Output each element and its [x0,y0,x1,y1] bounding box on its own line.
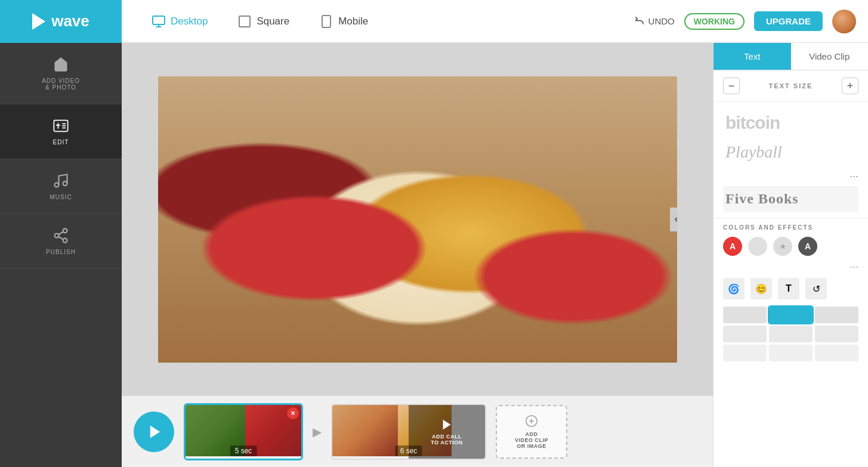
format-tab-desktop[interactable]: Desktop [146,11,214,32]
font-option-five-books[interactable]: Five Books [723,186,858,212]
working-badge: WORKING [684,13,745,30]
font-more-button[interactable]: ··· [850,168,858,185]
swatch-2-3[interactable] [815,326,858,342]
color-circle-dark[interactable]: A [798,237,817,256]
logo-area: wave [0,0,122,43]
clip-arrow-1: ▶ [313,425,322,439]
letter-a-white: A [730,242,736,251]
clip-1-close-button[interactable]: × [287,407,299,419]
effect-icons: 🌀 😊 T ↺ [723,278,858,299]
star-icon: ★ [779,242,787,251]
font-option-bitcoin[interactable]: bitcoin [723,108,858,138]
sidebar-item-publish[interactable]: PUBLISH [0,214,122,269]
tab-text[interactable]: Text [713,43,791,70]
desktop-icon [152,14,166,29]
svg-line-18 [58,232,63,235]
mobile-tab-label: Mobile [338,16,368,27]
effect-icon-text[interactable]: T [778,278,799,299]
swatch-3-1[interactable] [723,345,767,361]
swatch-row-2 [723,326,858,342]
svg-point-15 [55,234,59,238]
sidebar-item-edit[interactable]: EDIT [0,104,122,159]
square-tab-label: Square [257,16,289,27]
canvas-area: × 5 sec ▶ ADD CALLTO ACTION 6 sec [122,43,713,467]
edit-icon [52,117,69,134]
sidebar: ADD VIDEO& PHOTO EDIT MUSIC P [0,43,122,467]
effects-more-button[interactable]: ··· [723,261,858,273]
colors-section: COLORS AND EFFECTS A ★ A ··· 🌀 😊 T ↺ [713,218,868,367]
clip-2-duration-label: 6 sec [396,446,422,456]
add-clip-box[interactable]: ADDVIDEO CLIPOR IMAGE [496,405,567,459]
timeline-clip-1[interactable]: × 5 sec [184,403,303,460]
main-content: ADD VIDEO& PHOTO EDIT MUSIC P [0,43,868,467]
svg-marker-20 [443,419,451,429]
svg-rect-4 [322,16,330,27]
timeline-clip-2[interactable]: ADD CALLTO ACTION 6 sec [331,404,486,460]
color-circle-star[interactable]: ★ [773,237,792,256]
add-clip-label: ADDVIDEO CLIPOR IMAGE [515,431,548,449]
color-circle-gray[interactable] [748,237,767,256]
swatch-3-3[interactable] [815,345,858,361]
color-circles: A ★ A [723,237,858,256]
effect-icon-spiral[interactable]: 🌀 [723,278,745,299]
format-tabs: Desktop Square Mobile [122,11,634,32]
swatch-3-2[interactable] [769,345,813,361]
font-five-books-label: Five Books [725,191,856,207]
effect-icon-mask[interactable]: 😊 [750,278,772,299]
increase-size-button[interactable]: + [842,78,858,94]
avatar[interactable] [832,10,856,33]
font-playball-label: Playball [725,143,856,162]
svg-rect-0 [153,16,165,24]
format-tab-square[interactable]: Square [231,11,295,32]
undo-button[interactable]: UNDO [634,16,675,27]
color-circle-red[interactable]: A [723,237,742,256]
music-label: MUSIC [50,194,72,200]
topbar-right: UNDO WORKING UPGRADE [634,10,856,33]
svg-point-13 [63,181,67,185]
edit-label: EDIT [53,139,69,146]
colors-effects-title: COLORS AND EFFECTS [723,224,858,231]
play-icon [147,423,163,440]
square-icon [237,14,252,29]
add-video-icon [52,56,69,73]
color-swatches [723,307,858,361]
undo-label: UNDO [648,16,675,26]
svg-line-17 [58,237,63,240]
text-size-row: − TEXT SIZE + [713,70,868,102]
swatch-2-1[interactable] [723,326,767,342]
swatch-row-3 [723,345,858,361]
swatch-1-2[interactable] [769,307,813,323]
clip-2-thumb-1 [332,405,398,456]
mobile-icon [319,14,333,29]
canvas-image[interactable] [158,76,677,363]
upgrade-button[interactable]: UPGRADE [754,11,823,31]
collapse-handle[interactable] [670,208,677,231]
clip-1-duration-label: 5 sec [230,446,257,456]
swatch-1-1[interactable] [723,307,767,323]
right-panel: Text Video Clip − TEXT SIZE + bitcoin Pl… [713,43,868,467]
logo-text: wave [51,12,89,30]
swatch-1-3[interactable] [815,307,858,323]
format-tab-mobile[interactable]: Mobile [313,11,374,32]
text-size-label: TEXT SIZE [769,82,813,89]
font-option-playball[interactable]: Playball [723,138,858,166]
publish-label: PUBLISH [46,249,76,255]
add-call-icon [440,418,453,431]
svg-point-12 [55,183,59,187]
add-video-label: ADD VIDEO& PHOTO [42,78,80,91]
undo-icon [634,16,645,27]
play-button[interactable] [134,412,174,452]
sidebar-item-music[interactable]: MUSIC [0,159,122,214]
canvas-wrapper [122,43,713,395]
publish-icon [52,227,69,244]
timeline: × 5 sec ▶ ADD CALLTO ACTION 6 sec [122,395,713,467]
effect-icon-refresh[interactable]: ↺ [805,278,827,299]
sidebar-item-add-video[interactable]: ADD VIDEO& PHOTO [0,43,122,104]
desktop-tab-label: Desktop [171,16,208,27]
logo-icon [32,13,45,30]
letter-a-dark: A [805,242,811,251]
tab-video-clip[interactable]: Video Clip [791,43,869,70]
swatch-2-2[interactable] [769,326,813,342]
font-more-row: ··· [723,166,858,186]
decrease-size-button[interactable]: − [723,78,740,94]
